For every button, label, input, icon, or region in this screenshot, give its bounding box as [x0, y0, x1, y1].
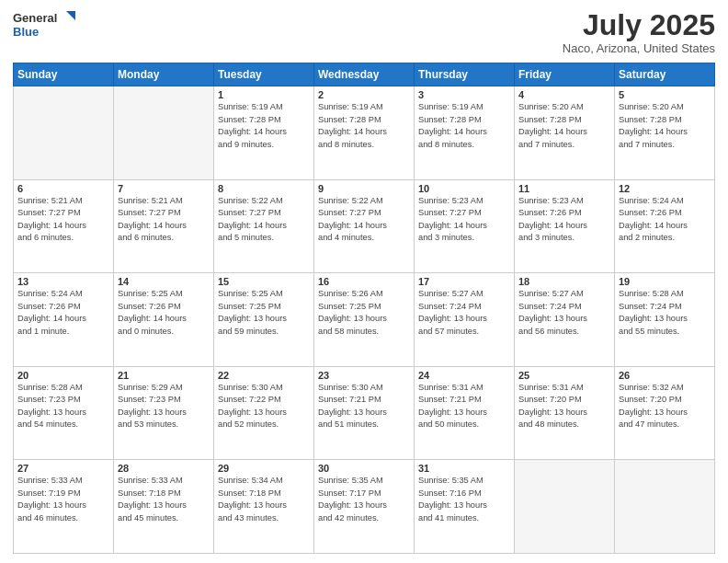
day-number: 10 [418, 183, 510, 194]
day-info: Sunrise: 5:23 AM Sunset: 7:27 PM Dayligh… [418, 195, 510, 245]
calendar-cell [114, 86, 214, 180]
calendar-cell: 9Sunrise: 5:22 AM Sunset: 7:27 PM Daylig… [314, 179, 415, 273]
calendar-cell: 15Sunrise: 5:25 AM Sunset: 7:25 PM Dayli… [214, 273, 314, 367]
day-number: 8 [218, 183, 310, 194]
day-number: 14 [118, 276, 210, 287]
day-number: 30 [318, 463, 410, 474]
subtitle: Naco, Arizona, United States [563, 41, 715, 55]
header: General Blue July 2025 Naco, Arizona, Un… [13, 9, 715, 55]
day-info: Sunrise: 5:25 AM Sunset: 7:25 PM Dayligh… [218, 288, 310, 338]
svg-text:Blue: Blue [13, 25, 39, 39]
col-thursday: Thursday [415, 63, 515, 86]
day-number: 3 [418, 89, 510, 100]
day-info: Sunrise: 5:34 AM Sunset: 7:18 PM Dayligh… [218, 475, 310, 524]
day-number: 26 [619, 370, 711, 381]
day-number: 11 [518, 183, 610, 194]
calendar-week-0: 1Sunrise: 5:19 AM Sunset: 7:28 PM Daylig… [14, 86, 715, 180]
day-number: 2 [318, 89, 410, 100]
calendar-week-2: 13Sunrise: 5:24 AM Sunset: 7:26 PM Dayli… [14, 273, 715, 367]
col-saturday: Saturday [615, 63, 715, 86]
day-info: Sunrise: 5:19 AM Sunset: 7:28 PM Dayligh… [418, 101, 510, 151]
day-number: 22 [218, 370, 310, 381]
day-number: 12 [619, 183, 711, 194]
calendar-cell: 5Sunrise: 5:20 AM Sunset: 7:28 PM Daylig… [615, 86, 715, 180]
calendar-cell: 4Sunrise: 5:20 AM Sunset: 7:28 PM Daylig… [515, 86, 615, 180]
calendar-week-3: 20Sunrise: 5:28 AM Sunset: 7:23 PM Dayli… [14, 366, 715, 460]
day-number: 6 [17, 183, 109, 194]
calendar-cell: 30Sunrise: 5:35 AM Sunset: 7:17 PM Dayli… [314, 460, 415, 554]
calendar-cell: 23Sunrise: 5:30 AM Sunset: 7:21 PM Dayli… [314, 366, 415, 460]
calendar-cell: 20Sunrise: 5:28 AM Sunset: 7:23 PM Dayli… [14, 366, 114, 460]
title-block: July 2025 Naco, Arizona, United States [563, 9, 715, 55]
calendar-cell: 1Sunrise: 5:19 AM Sunset: 7:28 PM Daylig… [214, 86, 314, 180]
calendar-cell: 29Sunrise: 5:34 AM Sunset: 7:18 PM Dayli… [214, 460, 314, 554]
day-info: Sunrise: 5:20 AM Sunset: 7:28 PM Dayligh… [619, 101, 711, 151]
day-number: 28 [118, 463, 210, 474]
day-info: Sunrise: 5:24 AM Sunset: 7:26 PM Dayligh… [619, 195, 711, 245]
col-tuesday: Tuesday [214, 63, 314, 86]
calendar-cell: 14Sunrise: 5:25 AM Sunset: 7:26 PM Dayli… [114, 273, 214, 367]
day-info: Sunrise: 5:21 AM Sunset: 7:27 PM Dayligh… [17, 195, 109, 245]
calendar-cell [14, 86, 114, 180]
logo: General Blue [13, 9, 79, 42]
day-info: Sunrise: 5:30 AM Sunset: 7:21 PM Dayligh… [318, 382, 410, 431]
day-info: Sunrise: 5:31 AM Sunset: 7:20 PM Dayligh… [518, 382, 610, 431]
calendar-cell [515, 460, 615, 554]
logo-svg: General Blue [13, 9, 79, 42]
calendar-cell: 18Sunrise: 5:27 AM Sunset: 7:24 PM Dayli… [515, 273, 615, 367]
day-number: 25 [518, 370, 610, 381]
calendar-cell: 16Sunrise: 5:26 AM Sunset: 7:25 PM Dayli… [314, 273, 415, 367]
calendar-cell: 2Sunrise: 5:19 AM Sunset: 7:28 PM Daylig… [314, 86, 415, 180]
calendar-cell: 13Sunrise: 5:24 AM Sunset: 7:26 PM Dayli… [14, 273, 114, 367]
day-info: Sunrise: 5:24 AM Sunset: 7:26 PM Dayligh… [17, 288, 109, 338]
day-info: Sunrise: 5:19 AM Sunset: 7:28 PM Dayligh… [318, 101, 410, 151]
day-info: Sunrise: 5:22 AM Sunset: 7:27 PM Dayligh… [318, 195, 410, 245]
day-number: 7 [118, 183, 210, 194]
svg-text:General: General [13, 11, 57, 25]
day-number: 24 [418, 370, 510, 381]
calendar-table: Sunday Monday Tuesday Wednesday Thursday… [13, 63, 715, 554]
calendar-cell: 19Sunrise: 5:28 AM Sunset: 7:24 PM Dayli… [615, 273, 715, 367]
day-info: Sunrise: 5:28 AM Sunset: 7:23 PM Dayligh… [17, 382, 109, 431]
calendar-cell: 22Sunrise: 5:30 AM Sunset: 7:22 PM Dayli… [214, 366, 314, 460]
day-info: Sunrise: 5:33 AM Sunset: 7:18 PM Dayligh… [118, 475, 210, 524]
day-info: Sunrise: 5:26 AM Sunset: 7:25 PM Dayligh… [318, 288, 410, 338]
day-number: 4 [518, 89, 610, 100]
day-info: Sunrise: 5:20 AM Sunset: 7:28 PM Dayligh… [518, 101, 610, 151]
calendar-cell: 3Sunrise: 5:19 AM Sunset: 7:28 PM Daylig… [415, 86, 515, 180]
day-number: 21 [118, 370, 210, 381]
day-info: Sunrise: 5:25 AM Sunset: 7:26 PM Dayligh… [118, 288, 210, 338]
day-info: Sunrise: 5:21 AM Sunset: 7:27 PM Dayligh… [118, 195, 210, 245]
day-info: Sunrise: 5:29 AM Sunset: 7:23 PM Dayligh… [118, 382, 210, 431]
calendar-cell: 7Sunrise: 5:21 AM Sunset: 7:27 PM Daylig… [114, 179, 214, 273]
col-sunday: Sunday [14, 63, 114, 86]
day-info: Sunrise: 5:31 AM Sunset: 7:21 PM Dayligh… [418, 382, 510, 431]
col-friday: Friday [515, 63, 615, 86]
day-info: Sunrise: 5:28 AM Sunset: 7:24 PM Dayligh… [619, 288, 711, 338]
calendar-cell: 11Sunrise: 5:23 AM Sunset: 7:26 PM Dayli… [515, 179, 615, 273]
calendar-cell: 27Sunrise: 5:33 AM Sunset: 7:19 PM Dayli… [14, 460, 114, 554]
calendar-cell: 26Sunrise: 5:32 AM Sunset: 7:20 PM Dayli… [615, 366, 715, 460]
calendar-cell: 28Sunrise: 5:33 AM Sunset: 7:18 PM Dayli… [114, 460, 214, 554]
day-number: 27 [17, 463, 109, 474]
calendar-cell: 6Sunrise: 5:21 AM Sunset: 7:27 PM Daylig… [14, 179, 114, 273]
page: General Blue July 2025 Naco, Arizona, Un… [0, 0, 728, 563]
day-info: Sunrise: 5:23 AM Sunset: 7:26 PM Dayligh… [518, 195, 610, 245]
day-info: Sunrise: 5:35 AM Sunset: 7:17 PM Dayligh… [318, 475, 410, 524]
col-monday: Monday [114, 63, 214, 86]
calendar-week-1: 6Sunrise: 5:21 AM Sunset: 7:27 PM Daylig… [14, 179, 715, 273]
calendar-cell: 31Sunrise: 5:35 AM Sunset: 7:16 PM Dayli… [415, 460, 515, 554]
calendar-cell: 10Sunrise: 5:23 AM Sunset: 7:27 PM Dayli… [415, 179, 515, 273]
calendar-cell: 17Sunrise: 5:27 AM Sunset: 7:24 PM Dayli… [415, 273, 515, 367]
day-info: Sunrise: 5:19 AM Sunset: 7:28 PM Dayligh… [218, 101, 310, 151]
day-info: Sunrise: 5:22 AM Sunset: 7:27 PM Dayligh… [218, 195, 310, 245]
day-number: 13 [17, 276, 109, 287]
day-info: Sunrise: 5:27 AM Sunset: 7:24 PM Dayligh… [418, 288, 510, 338]
day-number: 18 [518, 276, 610, 287]
day-number: 29 [218, 463, 310, 474]
day-number: 23 [318, 370, 410, 381]
day-number: 5 [619, 89, 711, 100]
day-info: Sunrise: 5:30 AM Sunset: 7:22 PM Dayligh… [218, 382, 310, 431]
day-info: Sunrise: 5:35 AM Sunset: 7:16 PM Dayligh… [418, 475, 510, 524]
day-number: 20 [17, 370, 109, 381]
